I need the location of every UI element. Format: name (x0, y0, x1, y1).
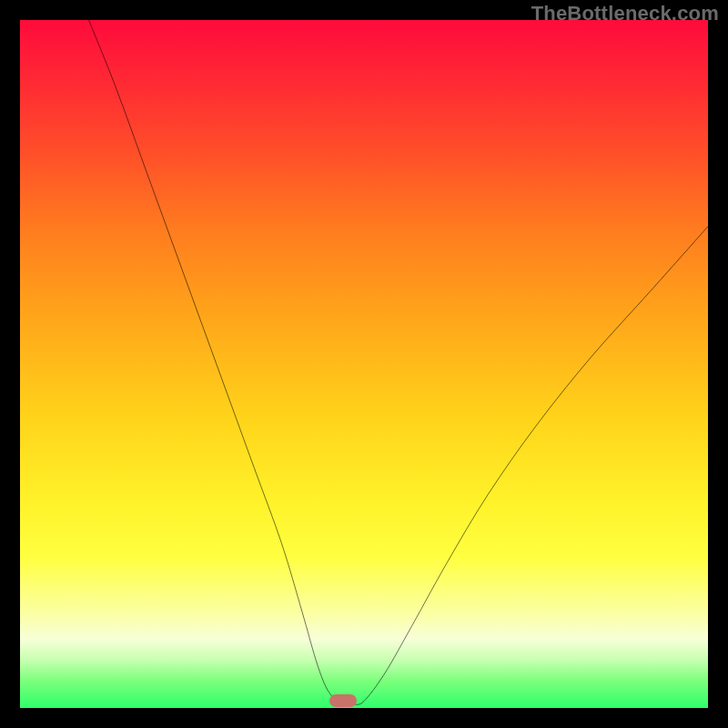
chart-frame: TheBottleneck.com (0, 0, 728, 728)
optimum-marker (329, 694, 357, 707)
bottleneck-curve (89, 20, 708, 705)
plot-area (20, 20, 708, 708)
watermark-text: TheBottleneck.com (531, 2, 719, 25)
curve-svg (20, 20, 708, 708)
